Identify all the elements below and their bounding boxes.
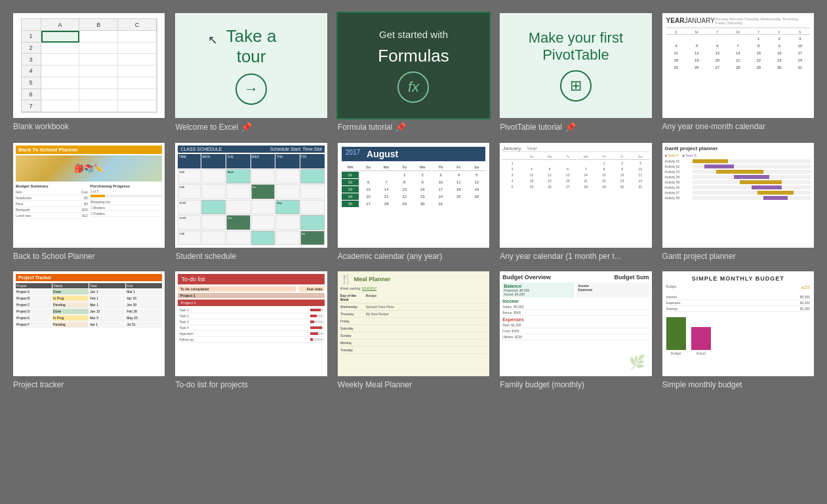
gantt-bar-row: Activity 04 — [665, 175, 811, 179]
simple-budget-thumbnail: SIMPLE MONTHLY BUDGET Budget ±25 Income$… — [662, 271, 814, 376]
project-tracker-thumbnail: Project Tracker Project Status Start End… — [13, 271, 165, 376]
cal-year: YEAR — [666, 17, 685, 25]
any-year-cal-label: Any year one-month calendar — [662, 122, 814, 131]
gantt-bar-label: Activity 07 — [665, 191, 691, 195]
gantt-bar-container — [693, 159, 811, 163]
any-year-cal-thumbnail: YEAR JANUARY Sunday Monday Tuesday Wedne… — [662, 13, 814, 118]
gantt-bar — [740, 180, 781, 184]
sp-header: Back To School Planner — [16, 145, 162, 154]
sb-title: SIMPLE MONTHLY BUDGET — [666, 275, 810, 282]
simple-budget-label: Simple monthly budget — [662, 380, 814, 389]
academic-cal-label: Academic calendar (any year) — [338, 252, 489, 261]
gantt-bar — [704, 165, 734, 168]
blank-workbook-thumbnail: A B C 1 2 3 4 5 — [13, 13, 165, 118]
gantt-bar-row: Activity 01 — [665, 159, 811, 163]
template-blank-workbook[interactable]: A B C 1 2 3 4 5 — [13, 13, 165, 132]
arrow-circle-icon: → — [235, 73, 267, 105]
gantt-bar-container — [693, 170, 811, 174]
template-meal-planner[interactable]: 🍴 Meal Planner Week starting: 5/14/2017 … — [338, 271, 489, 389]
gantt-bar-container — [693, 196, 811, 200]
formula-label: Formula tutorial 📌 — [338, 122, 489, 132]
gantt-bar-row: Activity 08 — [665, 196, 811, 200]
pivot-thumbnail: Make your first PivotTable ⊞ — [500, 13, 651, 118]
gantt-bar-row: Activity 02 — [665, 165, 811, 168]
gantt-thumbnail: Gantt project planner ■ Team A ■ Team B … — [662, 143, 814, 248]
meal-planner-thumbnail: 🍴 Meal Planner Week starting: 5/14/2017 … — [338, 271, 489, 376]
template-academic-cal[interactable]: 2017 August Wk Su Mo Tu We Th Fr Sa 31 1 — [338, 143, 489, 261]
gantt-bar-container — [693, 165, 811, 168]
gantt-bar — [757, 191, 793, 195]
family-budget-thumbnail: Budget Overview Budget Sum Balance Proje… — [500, 271, 651, 376]
todo-title: To-do list — [178, 274, 324, 284]
gantt-bar — [752, 185, 781, 189]
todo-label: To-do list for projects — [175, 380, 327, 389]
student-schedule-thumbnail: CLASS SCHEDULE Schedule Start: Time Slot… — [175, 143, 327, 248]
gantt-bar-label: Activity 05 — [665, 180, 691, 184]
gantt-bar-container — [693, 180, 811, 184]
formula-icon: fx — [397, 71, 429, 103]
tour-title: Take a tour — [226, 26, 277, 67]
pivot-icon: ⊞ — [560, 70, 592, 102]
gantt-bar-container — [693, 191, 811, 195]
template-grid: A B C 1 2 3 4 5 — [13, 13, 814, 389]
template-welcome-excel[interactable]: ↖ Take a tour → Welcome to Excel 📌 — [175, 13, 327, 132]
formula-thumbnail: Get started with Formulas fx — [338, 13, 489, 118]
gantt-bar — [734, 175, 769, 179]
gantt-bar-label: Activity 04 — [665, 175, 691, 179]
template-any-year-cal[interactable]: YEAR JANUARY Sunday Monday Tuesday Wedne… — [662, 13, 814, 132]
family-budget-label: Family budget (monthly) — [500, 380, 651, 389]
pivot-title: Make your first PivotTable — [529, 29, 623, 64]
pivot-label: PivotTable tutorial 📌 — [500, 122, 651, 132]
template-family-budget[interactable]: Budget Overview Budget Sum Balance Proje… — [500, 271, 651, 389]
gantt-bar — [763, 196, 787, 200]
pin-icon: 📌 — [241, 122, 252, 132]
pin-icon-formula: 📌 — [395, 122, 406, 132]
budget-bars: Budget Actual — [666, 316, 810, 355]
welcome-excel-label: Welcome to Excel 📌 — [175, 122, 327, 132]
gantt-label: Gantt project planner — [662, 252, 814, 261]
blank-workbook-label: Blank workbook — [13, 122, 165, 131]
gantt-bar-label: Activity 08 — [665, 196, 691, 200]
template-year-cal[interactable]: January Year Su Mo Tu We Th Fr Sa 1 — [500, 143, 651, 261]
gantt-rows: Activity 01 Activity 02 Activity 03 Acti… — [665, 159, 811, 200]
gantt-bar-container — [693, 185, 811, 189]
sp-image: 🎒📚✏️ — [16, 155, 162, 182]
meal-planner-label: Weekly Meal Planner — [338, 380, 489, 389]
school-planner-thumbnail: Back To School Planner 🎒📚✏️ Budget Summa… — [13, 143, 165, 248]
project-tracker-label: Project tracker — [13, 380, 165, 389]
year-cal-thumbnail: January Year Su Mo Tu We Th Fr Sa 1 — [500, 143, 651, 248]
template-gantt[interactable]: Gantt project planner ■ Team A ■ Team B … — [662, 143, 814, 261]
gantt-bar-label: Activity 03 — [665, 170, 691, 174]
gantt-title: Gantt project planner — [665, 145, 811, 151]
todo-thumbnail: To-do list To be completed Due date Proj… — [175, 271, 327, 376]
academic-cal-thumbnail: 2017 August Wk Su Mo Tu We Th Fr Sa 31 1 — [338, 143, 489, 248]
template-student-schedule[interactable]: CLASS SCHEDULE Schedule Start: Time Slot… — [175, 143, 327, 261]
gantt-bar-label: Activity 02 — [665, 165, 691, 168]
cal-month: JANUARY — [684, 17, 715, 25]
template-simple-budget[interactable]: SIMPLE MONTHLY BUDGET Budget ±25 Income$… — [662, 271, 814, 389]
tour-thumbnail: ↖ Take a tour → — [175, 13, 327, 118]
template-project-tracker[interactable]: Project Tracker Project Status Start End… — [13, 271, 165, 389]
formula-subtitle: Get started with — [379, 28, 448, 41]
template-school-planner[interactable]: Back To School Planner 🎒📚✏️ Budget Summa… — [13, 143, 165, 261]
template-pivot[interactable]: Make your first PivotTable ⊞ PivotTable … — [500, 13, 651, 132]
gantt-bar-row: Activity 06 — [665, 185, 811, 189]
sched-header: CLASS SCHEDULE Schedule Start: Time Slot — [178, 145, 324, 153]
pin-icon-pivot: 📌 — [565, 122, 576, 132]
student-schedule-label: Student schedule — [175, 252, 327, 261]
gantt-bar — [716, 170, 764, 174]
year-cal-label: Any year calendar (1 month per t... — [500, 252, 651, 261]
school-planner-label: Back to School Planner — [13, 252, 165, 261]
gantt-bar-row: Activity 07 — [665, 191, 811, 195]
meal-icon: 🍴 — [340, 274, 352, 284]
template-formula[interactable]: Get started with Formulas fx Formula tut… — [338, 13, 489, 132]
gantt-bar-label: Activity 06 — [665, 185, 691, 189]
formula-title: Formulas — [378, 46, 449, 66]
gantt-bar-container — [693, 175, 811, 179]
pt-title: Project Tracker — [16, 274, 162, 281]
gantt-bar — [693, 159, 728, 163]
gantt-bar-row: Activity 03 — [665, 170, 811, 174]
gantt-bar-label: Activity 01 — [665, 159, 691, 163]
gantt-bar-row: Activity 05 — [665, 180, 811, 184]
template-todo[interactable]: To-do list To be completed Due date Proj… — [175, 271, 327, 389]
